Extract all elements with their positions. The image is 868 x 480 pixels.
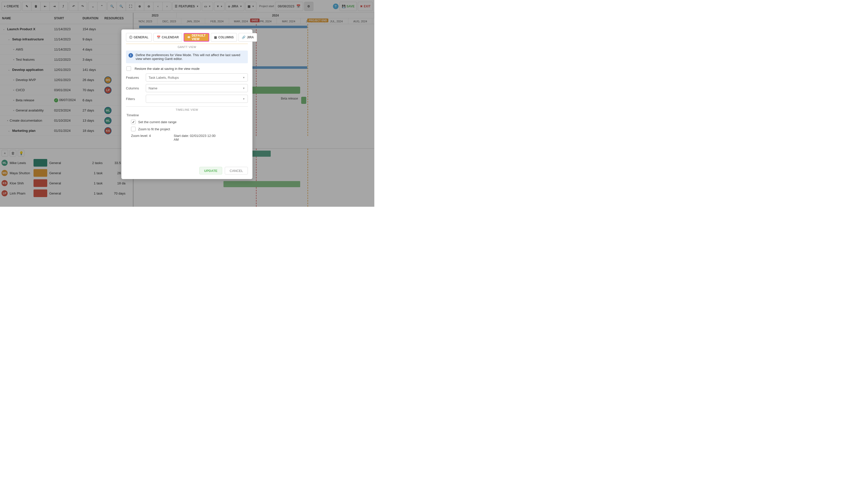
tab-columns[interactable]: ▦ COLUMNS: [211, 33, 237, 42]
filters-label: Filters: [126, 97, 142, 101]
features-select[interactable]: Task Labels, Rollups ▼: [146, 73, 248, 82]
start-date-value: Start date: 02/01/2023 12:00 AM: [174, 134, 217, 142]
tab-jira[interactable]: 🔗 JIRA: [239, 33, 257, 42]
chevron-down-icon: ▼: [243, 76, 245, 79]
columns-icon: ▦: [214, 35, 217, 39]
restore-state-checkbox[interactable]: [126, 66, 131, 71]
info-icon: i: [128, 53, 133, 58]
info-icon: ⓘ: [129, 35, 132, 40]
eye-icon: 👁: [187, 35, 190, 39]
gantt-view-section-header: GANTT VIEW: [126, 44, 248, 49]
calendar-icon: 📅: [157, 35, 160, 39]
chevron-down-icon: ▼: [243, 87, 245, 90]
update-button[interactable]: UPDATE: [199, 167, 222, 175]
modal-tabs: ⓘ GENERAL 📅 CALENDAR 👁 DEFAULT VIEW ▦ CO…: [126, 33, 248, 42]
timeline-view-section-header: TIMELINE VIEW: [126, 107, 248, 111]
settings-modal: ⓘ GENERAL 📅 CALENDAR 👁 DEFAULT VIEW ▦ CO…: [121, 29, 252, 179]
zoom-level-value: Zoom level: 4: [131, 134, 151, 142]
cancel-button[interactable]: CANCEL: [225, 167, 248, 175]
filters-select[interactable]: ▼: [146, 95, 248, 103]
set-date-range-checkbox[interactable]: [131, 120, 135, 124]
info-message: i Define the preferences for View Mode. …: [126, 51, 248, 63]
columns-select[interactable]: Name ▼: [146, 84, 248, 92]
zoom-to-fit-checkbox[interactable]: [131, 127, 135, 131]
timeline-label: Timeline: [126, 113, 248, 117]
link-icon: 🔗: [242, 35, 246, 39]
tab-default-view[interactable]: 👁 DEFAULT VIEW: [184, 33, 209, 42]
columns-label: Columns: [126, 86, 142, 90]
chevron-down-icon: ▼: [243, 97, 245, 100]
restore-state-label: Restore the state at saving in the view …: [134, 67, 199, 70]
features-label: Features: [126, 76, 142, 80]
tab-general[interactable]: ⓘ GENERAL: [126, 33, 152, 42]
tab-calendar[interactable]: 📅 CALENDAR: [153, 33, 182, 42]
